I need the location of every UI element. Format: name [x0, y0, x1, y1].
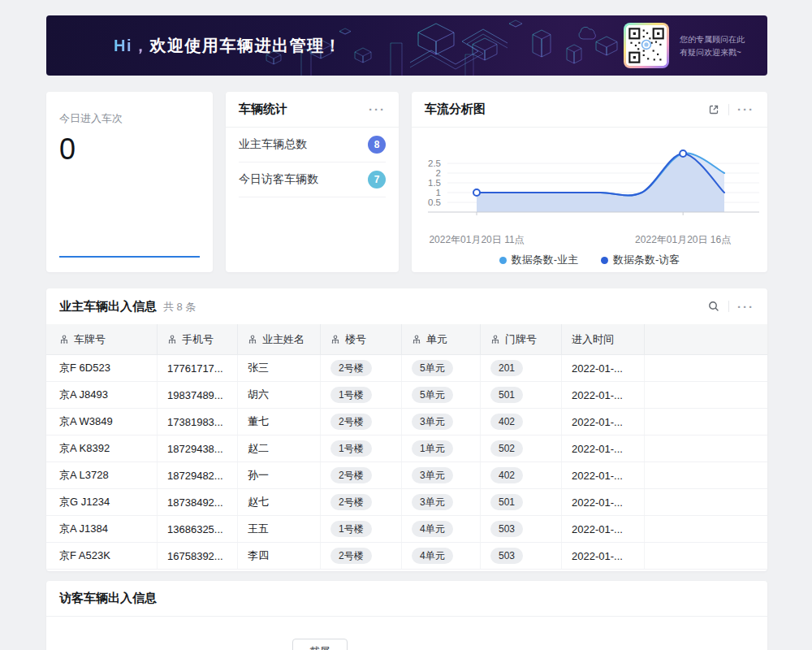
qr-caption-line1: 您的专属顾问在此 [680, 33, 745, 46]
screenshot-button[interactable]: 截屏 [292, 639, 348, 650]
chart-legend: 数据条数-业主数据条数-访客 [412, 253, 767, 267]
table-row[interactable]: 京F 6D52317761717...张三2号楼5单元2012022-01-..… [46, 355, 767, 382]
field-type-icon [248, 335, 257, 344]
deco-line [436, 32, 454, 54]
owner-table-title-group: 业主车辆出入信息共 8 条 [59, 299, 196, 314]
deco-line [516, 24, 522, 27]
table-cell: 王五 [238, 516, 321, 542]
field-type-icon [59, 335, 69, 344]
table-cell: 2022-01-... [562, 355, 645, 381]
cell-tag: 5单元 [412, 387, 453, 403]
table-cell: 2022-01-... [562, 543, 645, 569]
cell-tag: 1号楼 [330, 521, 372, 537]
cell-tag: 2号楼 [330, 548, 372, 564]
cell-tag: 3单元 [412, 494, 453, 510]
owner-table-title: 业主车辆出入信息 [59, 299, 157, 313]
table-cell: 18738492... [158, 489, 238, 515]
table-row[interactable]: 京A L372818729482...孙一2号楼3单元4022022-01-..… [46, 462, 767, 489]
owner-table-header: 车牌号手机号业主姓名楼号单元门牌号进入时间 [46, 324, 767, 355]
cell-tag: 2号楼 [330, 414, 372, 430]
table-cell: 董七 [238, 409, 321, 435]
deco-line [596, 37, 617, 47]
stat-count-badge: 7 [368, 171, 386, 188]
more-menu-icon[interactable]: ··· [737, 301, 754, 313]
search-icon[interactable] [707, 300, 720, 313]
y-axis-tick-label: 2.5 [428, 158, 441, 168]
traffic-chart-title: 车流分析图 [425, 102, 486, 117]
stat-row: 今日访客车辆数7 [239, 162, 386, 197]
welcome-banner: Hi，欢迎使用车辆进出管理！ [46, 15, 767, 76]
table-cell: 京A J1384 [46, 516, 158, 542]
qr-caption-line2: 有疑问欢迎来戳~ [680, 46, 745, 59]
legend-item[interactable]: 数据条数-业主 [499, 253, 578, 267]
cell-tag: 1号楼 [330, 387, 372, 403]
table-cell: 501 [481, 382, 562, 408]
banner-greeting-highlight: Hi， [114, 37, 150, 54]
table-cell: 2号楼 [321, 489, 402, 515]
table-row[interactable]: 京A K839218729438...赵二1号楼1单元5022022-01-..… [46, 436, 767, 462]
column-label: 门牌号 [505, 332, 537, 347]
vehicle-stats-card: 车辆统计 ··· 业主车辆总数8今日访客车辆数7 [226, 92, 399, 272]
column-header: 车牌号 [46, 324, 158, 354]
cell-tag: 3单元 [412, 467, 453, 483]
table-row[interactable]: 京A W384917381983...董七2号楼3单元4022022-01-..… [46, 409, 767, 436]
banner-greeting-text: 欢迎使用车辆进出管理！ [150, 37, 343, 54]
table-cell: 2号楼 [321, 462, 402, 488]
table-cell: 京A J8493 [46, 382, 158, 408]
y-axis-tick-label: 1.5 [428, 178, 441, 188]
x-axis-tick-label: 2022年01月20日 11点 [429, 233, 524, 247]
stat-row: 业主车辆总数8 [239, 128, 386, 162]
cell-tag: 503 [490, 548, 523, 564]
table-cell: 17381983... [158, 409, 238, 435]
cell-tag: 502 [490, 440, 523, 457]
column-header: 业主姓名 [238, 324, 321, 354]
visitor-table-card: 访客车辆出入信息 截屏 [46, 581, 767, 650]
more-menu-icon[interactable]: ··· [737, 103, 754, 115]
stat-count-badge: 8 [368, 136, 386, 154]
today-entries-card: 今日进入车次 0 [46, 92, 213, 272]
table-cell [645, 355, 767, 381]
column-header: 单元 [402, 324, 481, 354]
column-header: 门牌号 [481, 324, 562, 354]
qr-code [624, 23, 669, 68]
table-cell: 京F A523K [46, 543, 158, 569]
y-axis-tick-label: 2 [436, 168, 441, 178]
table-row[interactable]: 京A J849319837489...胡六1号楼5单元5012022-01-..… [46, 382, 767, 409]
table-cell: 13686325... [158, 516, 238, 542]
table-row[interactable]: 京F A523K16758392...李四2号楼4单元5032022-01-..… [46, 543, 767, 570]
table-cell: 2号楼 [321, 355, 402, 381]
table-cell [645, 462, 767, 488]
table-row[interactable]: 京A J138413686325...王五1号楼4单元5032022-01-..… [46, 516, 767, 543]
table-cell: 5单元 [402, 382, 481, 408]
deco-line [418, 32, 436, 54]
deco-line [607, 42, 617, 56]
divider [728, 301, 729, 312]
table-row[interactable]: 京G J123418738492...赵七2号楼3单元5012022-01-..… [46, 489, 767, 516]
today-entries-label: 今日进入车次 [59, 111, 200, 126]
column-label: 单元 [426, 332, 447, 347]
table-cell: 赵七 [238, 489, 321, 515]
table-cell: 张三 [238, 355, 321, 381]
table-cell: 16758392... [158, 543, 238, 569]
deco-line [567, 45, 581, 52]
table-cell: 李四 [238, 543, 321, 569]
cell-tag: 5单元 [412, 360, 453, 376]
table-cell: 3单元 [402, 489, 481, 515]
more-menu-icon[interactable]: ··· [369, 103, 386, 115]
table-cell: 4单元 [402, 516, 481, 542]
deco-line [345, 32, 351, 35]
deco-line [509, 20, 522, 27]
table-cell: 京A W3849 [46, 409, 158, 435]
expand-icon[interactable] [707, 103, 720, 116]
traffic-chart-card: 车流分析图 ··· 0.511.522.5 2022年01月20日 11点202… [412, 92, 767, 272]
stat-label: 今日访客车辆数 [239, 172, 318, 187]
vehicle-stats-list: 业主车辆总数8今日访客车辆数7 [226, 128, 399, 197]
cell-tag: 201 [490, 360, 523, 376]
stat-label: 业主车辆总数 [239, 137, 307, 152]
deco-line [339, 32, 345, 35]
data-point-marker [473, 189, 480, 196]
deco-line [410, 34, 508, 69]
table-cell [645, 543, 767, 569]
legend-item[interactable]: 数据条数-访客 [601, 253, 680, 267]
table-cell: 2022-01-... [562, 436, 645, 462]
